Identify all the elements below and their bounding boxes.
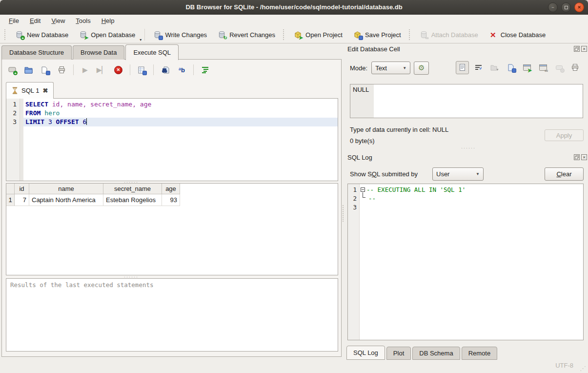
- replace-button[interactable]: ab: [177, 65, 187, 75]
- toolbar-handle[interactable]: [283, 29, 286, 40]
- log-line: -- EXECUTING ALL IN 'SQL 1': [366, 186, 583, 194]
- menubar: File Edit View Tools Help: [0, 15, 588, 26]
- close-tab-icon[interactable]: ✖: [42, 87, 48, 94]
- arrow-badge-icon: ➤: [83, 36, 89, 40]
- titlebar: DB Browser for SQLite - /home/user/code/…: [0, 0, 588, 15]
- close-database-button[interactable]: ✕ Close Database: [484, 28, 551, 41]
- open-sql-file-button[interactable]: [23, 65, 34, 75]
- column-header[interactable]: secret_name: [103, 184, 162, 194]
- open-database-button[interactable]: ➤ Open Database: [74, 28, 141, 41]
- cell-age[interactable]: 93: [162, 194, 180, 206]
- log-fold-margin: [360, 184, 366, 340]
- clear-log-button[interactable]: Clear: [545, 167, 584, 181]
- sql-editor[interactable]: 1 2 3 SELECT id, name, secret_name, age …: [6, 98, 338, 181]
- results-table[interactable]: id name secret_name age 1 7 Captain Nort…: [6, 183, 338, 275]
- minus-badge-icon: [560, 68, 565, 73]
- menu-tools[interactable]: Tools: [71, 16, 95, 26]
- table-row[interactable]: 1 7 Captain North America Esteban Rogeli…: [6, 194, 338, 206]
- maximize-icon: [565, 6, 568, 9]
- maximize-button[interactable]: [561, 2, 571, 12]
- sql-log-filter-row: Show SQL submitted by User ▼ Clear: [350, 167, 418, 181]
- save-badge-icon: [46, 71, 50, 75]
- resize-grip-icon[interactable]: ⋰: [580, 365, 586, 372]
- execute-sql-panel: + ▾ ▶ ▶▏ ✕: [1, 59, 342, 357]
- tab-db-schema[interactable]: DB Schema: [412, 347, 460, 360]
- cell-id[interactable]: 7: [15, 194, 29, 206]
- sql-code-area[interactable]: SELECT id, name, secret_name, age FROM h…: [23, 99, 338, 181]
- link-icon: ∞: [544, 68, 548, 73]
- auto-switch-mode-button[interactable]: ⚙: [414, 62, 429, 75]
- menu-file[interactable]: File: [4, 16, 24, 26]
- fold-line: [363, 192, 365, 198]
- revert-changes-button[interactable]: ↻ Revert Changes: [212, 28, 281, 41]
- replace-icon: ab: [179, 67, 185, 73]
- float-panel-icon[interactable]: [574, 154, 580, 160]
- cell-editor[interactable]: NULL: [350, 84, 583, 118]
- encoding-indicator[interactable]: UTF-8: [555, 362, 573, 369]
- format-button[interactable]: [200, 65, 210, 75]
- window-title: DB Browser for SQLite - /home/user/code/…: [185, 3, 402, 11]
- print-button[interactable]: [57, 65, 67, 75]
- log-line: [366, 203, 583, 212]
- find-button[interactable]: [160, 65, 170, 75]
- save-badge-icon: [142, 71, 147, 75]
- refresh-badge-icon: ↻: [223, 36, 227, 40]
- open-project-button[interactable]: ➤ Open Project: [288, 28, 348, 41]
- open-in-app-button[interactable]: ➤: [523, 63, 531, 72]
- open-database-dropdown[interactable]: ▾: [140, 38, 142, 43]
- revert-changes-icon: ↻: [218, 31, 226, 39]
- export-data-button[interactable]: [507, 63, 515, 72]
- save-sql-file-button[interactable]: ▾: [40, 65, 50, 75]
- toolbar-handle[interactable]: [4, 29, 7, 40]
- save-project-button[interactable]: Save Project: [348, 28, 406, 41]
- close-button[interactable]: ✕: [574, 2, 584, 12]
- sql-log-view[interactable]: 1 2 3 -- EXECUTING ALL IN 'SQL 1' --: [347, 184, 584, 340]
- edit-cell-title: Edit Database Cell: [347, 45, 400, 53]
- dock-resize-handle[interactable]: [343, 205, 344, 222]
- tab-sql-log[interactable]: SQL Log: [346, 346, 385, 360]
- new-database-button[interactable]: + New Database: [10, 28, 74, 41]
- open-sql-tab-button[interactable]: +: [7, 65, 17, 75]
- toolbar-handle[interactable]: [409, 29, 412, 40]
- tab-browse-data[interactable]: Browse Data: [73, 45, 124, 60]
- menu-help[interactable]: Help: [97, 16, 120, 26]
- close-database-icon: ✕: [489, 31, 497, 39]
- column-header[interactable]: age: [162, 184, 180, 194]
- sql-line: SELECT id, name, secret_name, age: [23, 100, 338, 109]
- save-results-button[interactable]: ▾: [137, 65, 147, 75]
- open-database-icon: ➤: [79, 31, 87, 39]
- close-panel-icon[interactable]: ✕: [581, 46, 587, 52]
- text-cursor: [86, 118, 87, 125]
- dock-splitter[interactable]: ······: [461, 147, 476, 149]
- tab-remote[interactable]: Remote: [462, 347, 498, 360]
- copy-link-button[interactable]: ∞: [539, 63, 547, 72]
- tab-database-structure[interactable]: Database Structure: [1, 45, 72, 60]
- float-panel-icon[interactable]: [574, 46, 580, 52]
- column-header[interactable]: name: [29, 184, 103, 194]
- mode-select[interactable]: Text ▼: [371, 62, 410, 74]
- app-window: DB Browser for SQLite - /home/user/code/…: [0, 0, 588, 373]
- results-placeholder: Results of the last executed statements: [10, 281, 154, 289]
- menu-edit[interactable]: Edit: [25, 16, 45, 26]
- fold-collapse-icon[interactable]: [361, 187, 365, 192]
- submitted-by-select[interactable]: User ▼: [432, 167, 484, 181]
- menu-view[interactable]: View: [46, 16, 70, 26]
- plus-badge-icon: +: [13, 71, 18, 75]
- tab-plot[interactable]: Plot: [386, 347, 411, 360]
- print-cell-button[interactable]: [570, 62, 580, 73]
- execution-results-pane[interactable]: Results of the last executed statements: [6, 278, 338, 352]
- close-panel-icon[interactable]: ✕: [581, 154, 587, 160]
- cell-secret-name[interactable]: Esteban Rogelios: [103, 194, 162, 206]
- attach-database-icon: ∞: [420, 31, 428, 39]
- column-header[interactable]: id: [15, 184, 29, 194]
- write-changes-button[interactable]: Write Changes: [148, 28, 212, 41]
- log-text[interactable]: -- EXECUTING ALL IN 'SQL 1' --: [366, 184, 583, 340]
- stop-button[interactable]: ✕: [113, 65, 123, 75]
- cell-name[interactable]: Captain North America: [29, 194, 103, 206]
- sql-log-dock-controls: ✕: [574, 154, 587, 160]
- text-mode-button[interactable]: [456, 61, 469, 74]
- minimize-button[interactable]: −: [548, 2, 558, 12]
- tab-execute-sql[interactable]: Execute SQL: [125, 44, 179, 60]
- word-wrap-button[interactable]: [473, 62, 484, 73]
- sql-editor-tab[interactable]: SQL 1 ✖: [6, 82, 54, 99]
